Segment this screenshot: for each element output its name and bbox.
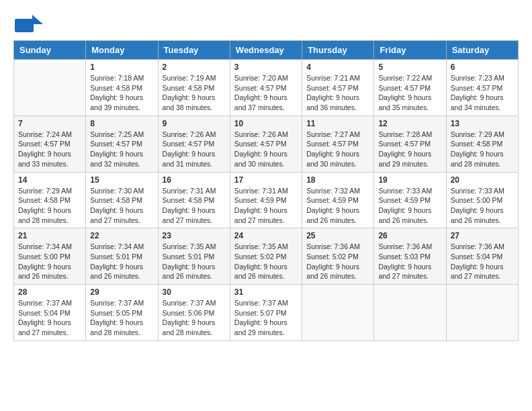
day-info: Sunrise: 7:37 AM Sunset: 5:04 PM Dayligh… (18, 298, 81, 338)
day-number: 15 (90, 175, 153, 185)
calendar-cell (14, 60, 86, 116)
day-info: Sunrise: 7:26 AM Sunset: 4:57 PM Dayligh… (163, 130, 226, 169)
calendar-cell: 6Sunrise: 7:23 AM Sunset: 4:57 PM Daylig… (446, 60, 518, 116)
day-info: Sunrise: 7:34 AM Sunset: 5:01 PM Dayligh… (90, 242, 153, 281)
day-number: 26 (378, 231, 441, 240)
day-info: Sunrise: 7:24 AM Sunset: 4:57 PM Dayligh… (18, 130, 81, 169)
calendar-cell: 17Sunrise: 7:31 AM Sunset: 4:59 PM Dayli… (230, 172, 302, 228)
day-info: Sunrise: 7:25 AM Sunset: 4:57 PM Dayligh… (90, 130, 153, 169)
day-number: 11 (306, 119, 369, 128)
day-info: Sunrise: 7:31 AM Sunset: 4:58 PM Dayligh… (163, 186, 226, 226)
day-info: Sunrise: 7:33 AM Sunset: 4:59 PM Dayligh… (378, 186, 441, 226)
day-number: 4 (306, 62, 369, 72)
calendar-cell: 25Sunrise: 7:36 AM Sunset: 5:02 PM Dayli… (302, 228, 374, 285)
day-number: 13 (451, 119, 514, 128)
day-number: 30 (163, 287, 226, 297)
calendar-table: SundayMondayTuesdayWednesdayThursdayFrid… (13, 40, 519, 341)
day-number: 1 (90, 62, 153, 72)
day-number: 25 (306, 231, 369, 240)
day-number: 12 (378, 119, 441, 128)
day-info: Sunrise: 7:34 AM Sunset: 5:00 PM Dayligh… (18, 242, 81, 281)
calendar-cell: 23Sunrise: 7:35 AM Sunset: 5:01 PM Dayli… (158, 228, 230, 285)
svg-rect-0 (15, 19, 34, 32)
day-info: Sunrise: 7:36 AM Sunset: 5:03 PM Dayligh… (378, 242, 441, 281)
calendar-cell: 14Sunrise: 7:29 AM Sunset: 4:58 PM Dayli… (14, 172, 86, 228)
column-header-sunday: Sunday (14, 41, 86, 60)
day-number: 23 (163, 231, 226, 240)
calendar-week-row: 14Sunrise: 7:29 AM Sunset: 4:58 PM Dayli… (14, 172, 519, 228)
calendar-cell (302, 285, 374, 341)
day-info: Sunrise: 7:37 AM Sunset: 5:06 PM Dayligh… (163, 298, 226, 338)
day-info: Sunrise: 7:28 AM Sunset: 4:57 PM Dayligh… (378, 130, 441, 169)
calendar-week-row: 7Sunrise: 7:24 AM Sunset: 4:57 PM Daylig… (14, 116, 519, 172)
calendar-cell: 22Sunrise: 7:34 AM Sunset: 5:01 PM Dayli… (86, 228, 158, 285)
day-number: 20 (451, 175, 514, 185)
logo (13, 13, 43, 34)
calendar-header-row: SundayMondayTuesdayWednesdayThursdayFrid… (14, 41, 519, 60)
calendar-cell: 16Sunrise: 7:31 AM Sunset: 4:58 PM Dayli… (158, 172, 230, 228)
calendar-cell: 2Sunrise: 7:19 AM Sunset: 4:58 PM Daylig… (158, 60, 230, 116)
column-header-saturday: Saturday (446, 41, 518, 60)
calendar-cell: 27Sunrise: 7:36 AM Sunset: 5:04 PM Dayli… (446, 228, 518, 285)
calendar-cell: 26Sunrise: 7:36 AM Sunset: 5:03 PM Dayli… (374, 228, 446, 285)
calendar-cell: 21Sunrise: 7:34 AM Sunset: 5:00 PM Dayli… (14, 228, 86, 285)
calendar-cell: 12Sunrise: 7:28 AM Sunset: 4:57 PM Dayli… (374, 116, 446, 172)
day-number: 22 (90, 231, 153, 240)
calendar-cell: 9Sunrise: 7:26 AM Sunset: 4:57 PM Daylig… (158, 116, 230, 172)
day-number: 14 (18, 175, 81, 185)
day-number: 27 (451, 231, 514, 240)
day-info: Sunrise: 7:37 AM Sunset: 5:07 PM Dayligh… (234, 298, 298, 338)
calendar-cell: 1Sunrise: 7:18 AM Sunset: 4:58 PM Daylig… (86, 60, 158, 116)
column-header-monday: Monday (86, 41, 158, 60)
calendar-week-row: 21Sunrise: 7:34 AM Sunset: 5:00 PM Dayli… (14, 228, 519, 285)
day-number: 28 (18, 287, 81, 297)
day-info: Sunrise: 7:19 AM Sunset: 4:58 PM Dayligh… (163, 73, 226, 113)
day-info: Sunrise: 7:37 AM Sunset: 5:05 PM Dayligh… (90, 298, 153, 338)
day-number: 29 (90, 287, 153, 297)
calendar-cell: 4Sunrise: 7:21 AM Sunset: 4:57 PM Daylig… (302, 60, 374, 116)
day-info: Sunrise: 7:32 AM Sunset: 4:59 PM Dayligh… (306, 186, 369, 226)
calendar-cell: 5Sunrise: 7:22 AM Sunset: 4:57 PM Daylig… (374, 60, 446, 116)
day-number: 3 (234, 62, 298, 72)
day-number: 9 (163, 119, 226, 128)
logo-icon (13, 13, 40, 32)
page-header (13, 13, 519, 34)
day-info: Sunrise: 7:33 AM Sunset: 5:00 PM Dayligh… (451, 186, 514, 226)
day-number: 19 (378, 175, 441, 185)
calendar-cell: 18Sunrise: 7:32 AM Sunset: 4:59 PM Dayli… (302, 172, 374, 228)
calendar-cell (374, 285, 446, 341)
calendar-cell: 29Sunrise: 7:37 AM Sunset: 5:05 PM Dayli… (86, 285, 158, 341)
calendar-cell: 20Sunrise: 7:33 AM Sunset: 5:00 PM Dayli… (446, 172, 518, 228)
column-header-friday: Friday (374, 41, 446, 60)
calendar-cell: 28Sunrise: 7:37 AM Sunset: 5:04 PM Dayli… (14, 285, 86, 341)
day-number: 10 (234, 119, 298, 128)
day-number: 17 (234, 175, 298, 185)
day-number: 5 (378, 62, 441, 72)
day-number: 18 (306, 175, 369, 185)
day-info: Sunrise: 7:20 AM Sunset: 4:57 PM Dayligh… (234, 73, 298, 113)
day-info: Sunrise: 7:35 AM Sunset: 5:02 PM Dayligh… (234, 242, 298, 281)
svg-marker-1 (32, 15, 43, 24)
calendar-cell (446, 285, 518, 341)
day-number: 7 (18, 119, 81, 128)
day-number: 31 (234, 287, 298, 297)
day-info: Sunrise: 7:27 AM Sunset: 4:57 PM Dayligh… (306, 130, 369, 169)
day-info: Sunrise: 7:31 AM Sunset: 4:59 PM Dayligh… (234, 186, 298, 226)
calendar-cell: 3Sunrise: 7:20 AM Sunset: 4:57 PM Daylig… (230, 60, 302, 116)
calendar-cell: 19Sunrise: 7:33 AM Sunset: 4:59 PM Dayli… (374, 172, 446, 228)
day-number: 2 (163, 62, 226, 72)
day-number: 16 (163, 175, 226, 185)
column-header-wednesday: Wednesday (230, 41, 302, 60)
calendar-week-row: 1Sunrise: 7:18 AM Sunset: 4:58 PM Daylig… (14, 60, 519, 116)
calendar-cell: 24Sunrise: 7:35 AM Sunset: 5:02 PM Dayli… (230, 228, 302, 285)
day-info: Sunrise: 7:18 AM Sunset: 4:58 PM Dayligh… (90, 73, 153, 113)
day-info: Sunrise: 7:21 AM Sunset: 4:57 PM Dayligh… (306, 73, 369, 113)
calendar-cell: 30Sunrise: 7:37 AM Sunset: 5:06 PM Dayli… (158, 285, 230, 341)
calendar-cell: 8Sunrise: 7:25 AM Sunset: 4:57 PM Daylig… (86, 116, 158, 172)
day-number: 8 (90, 119, 153, 128)
day-info: Sunrise: 7:29 AM Sunset: 4:58 PM Dayligh… (18, 186, 81, 226)
calendar-cell: 11Sunrise: 7:27 AM Sunset: 4:57 PM Dayli… (302, 116, 374, 172)
day-info: Sunrise: 7:22 AM Sunset: 4:57 PM Dayligh… (378, 73, 441, 113)
day-info: Sunrise: 7:30 AM Sunset: 4:58 PM Dayligh… (90, 186, 153, 226)
calendar-cell: 13Sunrise: 7:29 AM Sunset: 4:58 PM Dayli… (446, 116, 518, 172)
